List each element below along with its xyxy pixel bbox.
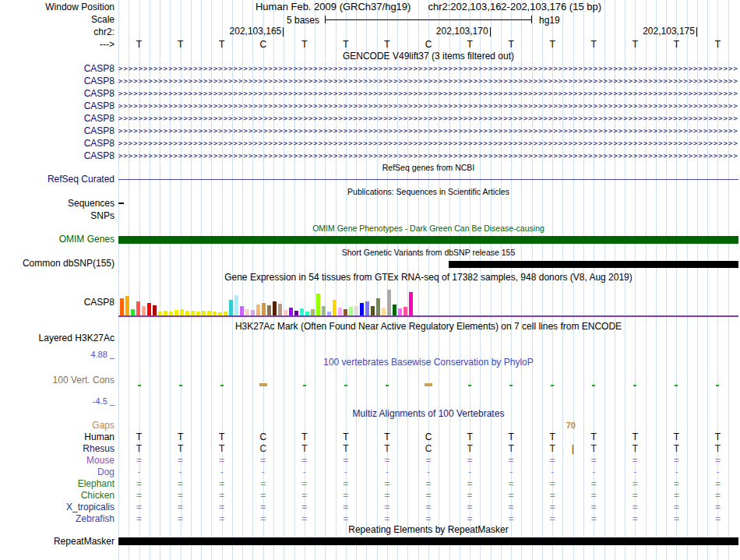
gtex-tissue-bar[interactable] [267, 305, 271, 315]
gtex-tissue-bar[interactable] [371, 306, 375, 315]
gtex-tissue-bar[interactable] [256, 305, 260, 315]
transcript-intron-arrows[interactable]: >>>>>>>>>>>>>>>>>>>>>>>>>>>>>>>>>>>>>>>>… [118, 87, 738, 100]
gtex-tissue-bar[interactable] [349, 307, 353, 315]
gtex-tissue-bar[interactable] [245, 309, 249, 315]
gaps-label[interactable]: Gaps [0, 420, 115, 431]
repeat-feature[interactable] [118, 537, 738, 545]
gene-label[interactable]: CASP8 [0, 62, 115, 75]
gtex-tissue-bar[interactable] [382, 308, 386, 315]
gtex-tissue-bar[interactable] [398, 308, 402, 315]
gene-label[interactable]: CASP8 [0, 87, 115, 100]
gene-label[interactable]: CASP8 [0, 100, 115, 112]
repeatmasker-track-header[interactable]: Repeating Elements by RepeatMasker [118, 525, 738, 534]
gtex-tissue-bar[interactable] [240, 306, 244, 315]
transcript-intron-arrows[interactable]: >>>>>>>>>>>>>>>>>>>>>>>>>>>>>>>>>>>>>>>>… [118, 62, 738, 75]
gtex-tissue-bar[interactable] [409, 292, 413, 315]
species-label[interactable]: Rhesus [0, 443, 115, 455]
alignment-cell: = [325, 502, 366, 513]
gtex-tissue-bar[interactable] [153, 305, 157, 315]
reference-bases[interactable]: TTTCTTTCTTTTTTT [118, 39, 738, 50]
multiz-track-header[interactable]: Multiz Alignments of 100 Vertebrates [118, 409, 738, 418]
omim-track-header[interactable]: OMIM Gene Phenotypes - Dark Green Can Be… [118, 224, 738, 233]
transcript-intron-arrows[interactable]: >>>>>>>>>>>>>>>>>>>>>>>>>>>>>>>>>>>>>>>>… [118, 137, 738, 150]
gtex-tissue-bar[interactable] [376, 298, 380, 315]
species-label[interactable]: X_tropicalis [0, 502, 115, 513]
gtex-tissue-bar[interactable] [229, 300, 233, 315]
gene-label[interactable]: CASP8 [0, 112, 115, 125]
gtex-tissue-bar[interactable] [180, 309, 184, 315]
position-tick [283, 27, 284, 37]
dbsnp-track-header[interactable]: Short Genetic Variants from dbSNP releas… [118, 248, 738, 256]
dbsnp-label[interactable]: Common dbSNP(155) [0, 258, 115, 269]
gtex-tissue-bar[interactable] [262, 303, 266, 315]
gtex-tissue-bar[interactable] [333, 300, 337, 315]
gencode-track-header[interactable]: GENCODE V49lift37 (3 items filtered out) [118, 51, 738, 62]
publications-track-header[interactable]: Publications: Sequences in Scientific Ar… [118, 187, 738, 195]
gtex-tissue-bar[interactable] [136, 301, 140, 315]
alignment-cell: - [449, 467, 491, 478]
gtex-tissue-bar[interactable] [300, 308, 304, 315]
alignment-cell: T [160, 443, 201, 455]
omim-gene-feature[interactable] [118, 236, 738, 244]
position-ruler[interactable]: 202,103,165202,103,170202,103,175 [118, 26, 738, 37]
omim-genes-label[interactable]: OMIM Genes [0, 234, 115, 245]
species-label[interactable]: Dog [0, 467, 115, 478]
gtex-tissue-bar[interactable] [278, 304, 282, 315]
gtex-tissue-bar[interactable] [251, 310, 255, 315]
gtex-tissue-bar[interactable] [174, 310, 178, 315]
gtex-tissue-bar[interactable] [316, 294, 320, 315]
phylop-track-header[interactable]: 100 vertebrates Basewise Conservation by… [118, 357, 738, 367]
gtex-tissue-bar[interactable] [289, 308, 293, 315]
gtex-tissue-bar[interactable] [354, 306, 358, 315]
gtex-tissue-bar[interactable] [322, 306, 326, 315]
gtex-track-header[interactable]: Gene Expression in 54 tissues from GTEx … [118, 273, 738, 282]
reference-base: T [284, 39, 325, 50]
h3k27ac-track-header[interactable]: H3K27Ac Mark (Often Found Near Active Re… [118, 322, 738, 331]
species-label[interactable]: Chicken [0, 490, 115, 502]
gtex-gene-label[interactable]: CASP8 [0, 297, 115, 308]
transcript-intron-arrows[interactable]: >>>>>>>>>>>>>>>>>>>>>>>>>>>>>>>>>>>>>>>>… [118, 125, 738, 137]
gtex-tissue-bar[interactable] [387, 290, 391, 315]
gtex-tissue-bar[interactable] [344, 309, 347, 315]
phylop-label[interactable]: 100 Vert. Cons [0, 375, 115, 386]
alignment-cell: = [118, 455, 160, 467]
h3k27ac-label[interactable]: Layered H3K27Ac [0, 333, 115, 343]
gene-label[interactable]: CASP8 [0, 150, 115, 162]
gtex-tissue-bar[interactable] [360, 303, 364, 315]
conservation-wiggle[interactable] [118, 375, 738, 386]
gtex-gene-line[interactable] [118, 315, 738, 317]
gtex-tissue-bar[interactable] [403, 307, 407, 315]
gtex-tissue-bar[interactable] [393, 305, 396, 315]
species-label[interactable]: Human [0, 431, 115, 443]
gtex-tissue-bar[interactable] [338, 308, 342, 315]
gene-label[interactable]: CASP8 [0, 125, 115, 137]
dbsnp-variant-feature[interactable] [449, 261, 738, 268]
refseq-curated-label[interactable]: RefSeq Curated [0, 174, 115, 185]
species-label[interactable]: Mouse [0, 455, 115, 467]
species-label[interactable]: Zebrafish [0, 513, 115, 525]
gtex-tissue-bar[interactable] [142, 306, 146, 315]
gencode-transcript-row: CASP8>>>>>>>>>>>>>>>>>>>>>>>>>>>>>>>>>>>… [0, 75, 740, 87]
gene-label[interactable]: CASP8 [0, 75, 115, 87]
gtex-tissue-bar[interactable] [125, 296, 129, 315]
snps-label[interactable]: SNPs [0, 210, 115, 221]
gtex-tissue-bar[interactable] [131, 309, 135, 315]
gtex-tissue-bar[interactable] [311, 309, 315, 315]
gtex-tissue-bar[interactable] [284, 310, 287, 315]
refseq-track-header[interactable]: RefSeq genes from NCBI [118, 163, 738, 172]
sequences-label[interactable]: Sequences [0, 198, 115, 209]
species-label[interactable]: Elephant [0, 478, 115, 490]
transcript-intron-arrows[interactable]: >>>>>>>>>>>>>>>>>>>>>>>>>>>>>>>>>>>>>>>>… [118, 75, 738, 87]
gtex-tissue-bar[interactable] [273, 301, 277, 315]
gtex-tissue-bar[interactable] [147, 303, 151, 315]
transcript-intron-arrows[interactable]: >>>>>>>>>>>>>>>>>>>>>>>>>>>>>>>>>>>>>>>>… [118, 100, 738, 112]
repeatmasker-label[interactable]: RepeatMasker [0, 536, 115, 547]
transcript-intron-arrows[interactable]: >>>>>>>>>>>>>>>>>>>>>>>>>>>>>>>>>>>>>>>>… [118, 112, 738, 125]
gtex-tissue-bar[interactable] [234, 295, 238, 315]
sequence-feature[interactable] [118, 203, 124, 204]
transcript-intron-arrows[interactable]: >>>>>>>>>>>>>>>>>>>>>>>>>>>>>>>>>>>>>>>>… [118, 150, 738, 162]
gtex-tissue-bar[interactable] [120, 298, 124, 315]
gene-label[interactable]: CASP8 [0, 137, 115, 150]
gtex-tissue-bar[interactable] [365, 301, 369, 315]
refseq-gene-line[interactable] [118, 179, 738, 180]
